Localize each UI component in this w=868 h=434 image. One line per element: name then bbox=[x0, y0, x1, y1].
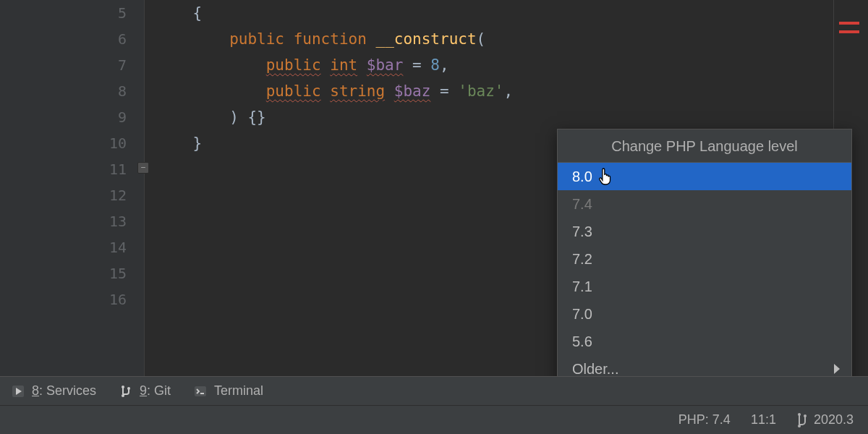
eq: = bbox=[430, 82, 458, 100]
tool-window-terminal[interactable]: Terminal bbox=[194, 383, 263, 399]
gutter: 5 6 7 8 9 10 11 12 13 14 15 16 − bbox=[0, 0, 145, 376]
terminal-icon bbox=[194, 385, 207, 398]
popup-item-label: 5.6 bbox=[572, 333, 592, 349]
comma: , bbox=[440, 56, 449, 74]
cursor-hand-icon bbox=[598, 167, 614, 186]
popup-item-label: Older... bbox=[572, 361, 618, 377]
keyword-public: public bbox=[266, 82, 321, 100]
popup-item-7-1[interactable]: 7.1 bbox=[558, 273, 851, 300]
popup-item-label: 7.2 bbox=[572, 251, 592, 267]
line-number: 16 bbox=[0, 286, 144, 312]
paren-open: ( bbox=[477, 30, 486, 48]
popup-item-label: 8.0 bbox=[572, 169, 592, 184]
language-level-popup[interactable]: Change PHP Language level 8.0 7.4 7.3 7.… bbox=[557, 129, 852, 383]
keyword-public: public bbox=[229, 30, 284, 48]
type-string: string bbox=[330, 82, 385, 100]
svg-point-3 bbox=[127, 387, 130, 390]
keyword-public: public bbox=[266, 56, 321, 74]
popup-item-7-3[interactable]: 7.3 bbox=[558, 218, 851, 245]
tool-window-label: : Services bbox=[39, 383, 96, 398]
number-literal: 8 bbox=[430, 56, 440, 74]
tool-window-label: : Git bbox=[147, 383, 171, 398]
line-number: 15 bbox=[0, 260, 144, 286]
type-int: int bbox=[330, 56, 357, 74]
branch-name: 2020.3 bbox=[814, 412, 854, 427]
line-number: 11 bbox=[0, 156, 144, 182]
string-literal: 'baz' bbox=[458, 82, 503, 100]
line-number: 9 bbox=[0, 104, 144, 130]
variable-bar: $bar bbox=[367, 56, 404, 74]
mnemonic: 9 bbox=[140, 383, 147, 398]
line-number: 8 bbox=[0, 78, 144, 104]
popup-item-7-0[interactable]: 7.0 bbox=[558, 300, 851, 328]
popup-item-label: 7.3 bbox=[572, 224, 592, 239]
error-marker[interactable] bbox=[839, 30, 859, 33]
popup-item-7-2[interactable]: 7.2 bbox=[558, 245, 851, 273]
brace: { bbox=[193, 4, 203, 22]
function-name: __construct bbox=[375, 30, 476, 48]
tool-window-label: Terminal bbox=[214, 383, 263, 399]
brace: } bbox=[193, 135, 203, 152]
svg-rect-4 bbox=[195, 386, 206, 396]
git-branch-icon bbox=[119, 385, 132, 398]
line-number: 5 bbox=[0, 0, 144, 26]
svg-point-2 bbox=[122, 394, 124, 397]
svg-point-5 bbox=[798, 413, 801, 416]
status-php-level[interactable]: PHP: 7.4 bbox=[678, 412, 731, 427]
chevron-right-icon bbox=[834, 364, 840, 374]
popup-item-label: 7.4 bbox=[572, 196, 592, 212]
status-bar: PHP: 7.4 11:1 2020.3 bbox=[0, 405, 868, 434]
tool-window-bar: 8: Services 9: Git Terminal bbox=[0, 376, 868, 405]
popup-item-label: 7.0 bbox=[572, 306, 592, 322]
popup-title: Change PHP Language level bbox=[558, 129, 851, 163]
popup-item-label: 7.1 bbox=[572, 278, 592, 294]
line-number: 14 bbox=[0, 234, 144, 260]
line-number: 13 bbox=[0, 208, 144, 234]
mnemonic: 8 bbox=[32, 383, 39, 398]
ctor-body-empty: ) {} bbox=[229, 109, 266, 126]
error-marker[interactable] bbox=[839, 22, 859, 25]
svg-point-7 bbox=[804, 414, 807, 417]
status-caret-position[interactable]: 11:1 bbox=[751, 412, 776, 427]
status-git-branch[interactable]: 2020.3 bbox=[796, 412, 854, 427]
variable-baz: $baz bbox=[394, 82, 431, 100]
line-number: 7 bbox=[0, 52, 144, 78]
popup-item-8-0[interactable]: 8.0 bbox=[558, 163, 851, 190]
popup-item-5-6[interactable]: 5.6 bbox=[558, 328, 851, 355]
tool-window-git[interactable]: 9: Git bbox=[119, 383, 171, 399]
keyword-function: function bbox=[294, 30, 367, 48]
line-number: 10 bbox=[0, 130, 144, 156]
svg-point-1 bbox=[122, 386, 124, 388]
popup-item-7-4[interactable]: 7.4 bbox=[558, 190, 851, 218]
git-branch-icon bbox=[796, 413, 808, 427]
comma: , bbox=[503, 82, 513, 100]
line-number: 6 bbox=[0, 26, 144, 52]
play-icon bbox=[12, 385, 25, 398]
eq: = bbox=[403, 56, 430, 74]
line-number: 12 bbox=[0, 182, 144, 208]
svg-point-6 bbox=[798, 425, 801, 427]
tool-window-services[interactable]: 8: Services bbox=[12, 383, 96, 399]
